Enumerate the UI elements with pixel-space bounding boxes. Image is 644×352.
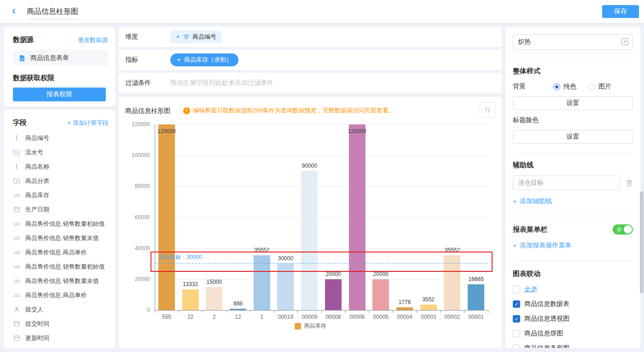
- field-item[interactable]: 更新时间: [6, 331, 112, 345]
- scrollbar-thumb[interactable]: [640, 191, 644, 293]
- page-title[interactable]: 商品信息柱形图: [27, 7, 78, 19]
- radio-solid-color[interactable]: 纯色: [553, 82, 576, 91]
- save-button[interactable]: 保存: [602, 5, 639, 18]
- x-axis-label: 00009: [302, 314, 317, 320]
- bar-12[interactable]: [230, 309, 246, 310]
- bar-555[interactable]: [158, 124, 175, 310]
- plus-icon: +: [513, 242, 516, 249]
- date-field-icon: [12, 335, 21, 341]
- date-field-icon: [12, 206, 21, 212]
- dimension-chip[interactable]: ▼ 商品编号: [170, 30, 222, 43]
- bar-value-label: 888: [233, 300, 243, 307]
- add-guide-line-link[interactable]: + 添加辅助线: [513, 197, 633, 205]
- x-axis-tick: [250, 310, 250, 313]
- field-item[interactable]: 123商品售价信息.销售数量初始值: [6, 259, 112, 274]
- overall-style-heading: 整体样式: [513, 67, 633, 76]
- guide-line-name-input[interactable]: [513, 176, 620, 190]
- field-item[interactable]: 提交人: [6, 302, 112, 317]
- x-axis-tick: [441, 310, 441, 313]
- document-icon: [17, 55, 27, 62]
- field-item-label: 提交人: [25, 305, 43, 314]
- y-axis-tick-label: 80000: [116, 183, 150, 189]
- datasource-item[interactable]: 商品信息表单: [13, 50, 108, 66]
- filter-row[interactable]: 过滤条件 拖动左侧字段到此处来添加过滤条件: [119, 73, 502, 93]
- linkage-checkbox-商品信息条形图[interactable]: 商品信息条形图: [513, 344, 633, 348]
- metric-label: 指标: [125, 56, 170, 64]
- x-axis-tick: [393, 310, 393, 313]
- bar-00001[interactable]: [468, 284, 484, 310]
- x-axis-label: 555: [162, 314, 171, 320]
- change-datasource-link[interactable]: 更改数据源: [78, 36, 108, 44]
- linkage-checkbox-商品信息饼图[interactable]: 商品信息饼图: [513, 329, 633, 338]
- field-item[interactable]: 123商品售价信息.商品单价: [6, 245, 112, 259]
- gridline: [155, 186, 488, 187]
- field-item[interactable]: 123商品库存: [6, 188, 112, 202]
- bar-00004[interactable]: [396, 307, 413, 310]
- field-item[interactable]: 123商品售价信息.销售数量初始值: [6, 217, 112, 231]
- gridline: [155, 124, 488, 125]
- linkage-checkbox-商品信息数据表[interactable]: ✓商品信息数据表: [513, 300, 633, 308]
- x-axis-label: 00001: [468, 314, 483, 320]
- background-label: 背景: [513, 82, 553, 91]
- add-calc-field-link[interactable]: + 添加计算字段: [67, 119, 109, 127]
- field-item[interactable]: 123商品售价信息.销售数量末值: [6, 274, 112, 288]
- trash-icon[interactable]: [626, 179, 633, 187]
- select-all-checkbox[interactable]: 全选: [513, 285, 633, 293]
- gridline: [155, 155, 488, 156]
- field-item[interactable]: I商品编号: [6, 131, 112, 145]
- add-report-menu-link[interactable]: + 添加报表操作菜单: [513, 241, 633, 250]
- preview-warning: ! 编辑界面只取数据源前200条作为查询数据预览，完整数据请访问页面查看。: [183, 106, 395, 115]
- report-menu-toggle[interactable]: 开: [613, 224, 633, 235]
- report-permission-button[interactable]: 报表权限: [13, 88, 106, 101]
- bar-00008[interactable]: [325, 279, 342, 310]
- legend-swatch: [295, 323, 301, 329]
- back-icon[interactable]: ‹: [12, 4, 16, 17]
- theme-name-input[interactable]: [513, 34, 633, 50]
- x-axis-label: 1: [260, 314, 263, 320]
- bar-2[interactable]: [206, 287, 222, 310]
- edit-icon[interactable]: [621, 38, 629, 46]
- field-item[interactable]: 商品分类: [6, 174, 112, 188]
- linkage-checkbox-商品信息透视图[interactable]: ✓商品信息透视图: [513, 315, 633, 323]
- bar-00003[interactable]: [420, 305, 437, 310]
- field-item-label: 商品售价信息.销售数量初始值: [25, 220, 105, 228]
- dimension-label: 维度: [125, 33, 170, 41]
- chevron-down-icon: ▼: [177, 58, 181, 62]
- radio-image[interactable]: 图片: [588, 82, 611, 91]
- x-axis-label: 00003: [421, 314, 436, 320]
- sort-button[interactable]: [480, 102, 495, 118]
- x-axis-tick: [297, 310, 298, 313]
- background-set-button[interactable]: 设置: [513, 96, 633, 110]
- field-item[interactable]: I商品名称: [6, 159, 112, 174]
- divider: [513, 261, 633, 261]
- style-panel: 整体样式 背景 纯色 图片 设置 标题颜色 设置 辅助线 + 添加辅助线 报表菜…: [505, 27, 640, 348]
- bar-22[interactable]: [182, 289, 199, 310]
- y-axis-tick-label: 0: [116, 307, 150, 313]
- gridline: [155, 248, 488, 249]
- checkbox-checked-icon: ✓: [513, 315, 520, 323]
- x-axis-label: 22: [187, 314, 193, 320]
- field-item[interactable]: 123商品售价信息.销售数量末值: [6, 231, 112, 245]
- field-item[interactable]: 123商品售价信息.商品单价: [6, 288, 112, 302]
- chart-linkage-heading: 图表联动: [513, 270, 633, 278]
- report-menu-heading: 报表菜单栏: [513, 225, 547, 234]
- field-item-label: 更新时间: [25, 334, 49, 342]
- title-color-set-button[interactable]: 设置: [513, 130, 633, 144]
- bar-00009[interactable]: [301, 171, 318, 310]
- plus-icon: +: [513, 198, 516, 205]
- field-item-label: 商品编号: [25, 134, 49, 142]
- field-item[interactable]: 提交时间: [6, 317, 112, 331]
- bar-00005[interactable]: [372, 279, 389, 310]
- number-field-icon: 123: [12, 222, 21, 226]
- field-item[interactable]: 生产日期: [6, 202, 112, 217]
- serial-field-icon: [12, 150, 21, 155]
- checkbox-unchecked-icon: [513, 286, 520, 293]
- y-axis-tick-label: 100000: [116, 152, 150, 158]
- plus-icon: +: [67, 119, 71, 126]
- top-bar: ‹ 商品信息柱形图 保存: [0, 0, 644, 23]
- gridline: [155, 217, 488, 218]
- field-item[interactable]: 流水号: [6, 145, 112, 159]
- metric-chip[interactable]: ▼ 商品库存（求和）: [170, 53, 238, 66]
- bar-00006[interactable]: [349, 124, 366, 310]
- chart-legend[interactable]: 商品库存: [119, 322, 502, 330]
